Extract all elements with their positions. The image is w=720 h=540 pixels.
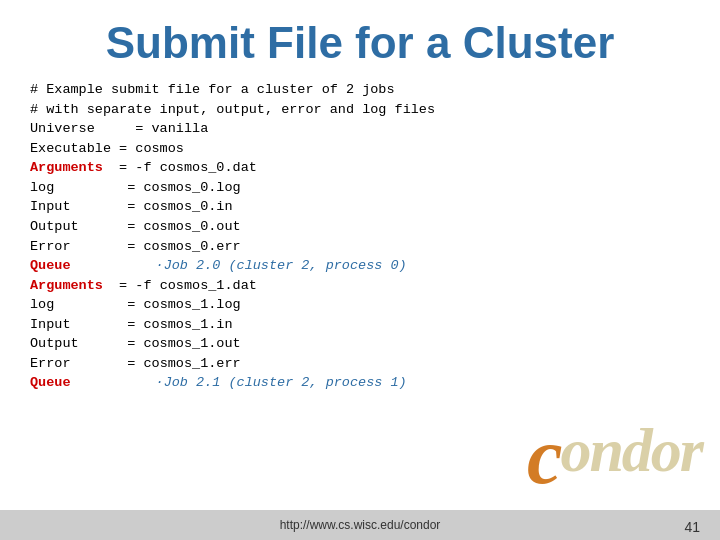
error-key-1: Error bbox=[30, 237, 71, 257]
executable-key: Executable bbox=[30, 139, 111, 159]
log-key-1: log bbox=[30, 178, 54, 198]
code-block: # Example submit file for a cluster of 2… bbox=[30, 80, 690, 393]
error-line-2: Error = cosmos_1.err bbox=[30, 354, 690, 374]
slide: Submit File for a Cluster # Example subm… bbox=[0, 0, 720, 540]
output-key-1: Output bbox=[30, 217, 79, 237]
universe-line: Universe = vanilla bbox=[30, 119, 690, 139]
slide-title: Submit File for a Cluster bbox=[30, 18, 690, 68]
input-line-2: Input = cosmos_1.in bbox=[30, 315, 690, 335]
queue-key-1: Queue bbox=[30, 256, 71, 276]
arguments-line-2: Arguments = -f cosmos_1.dat bbox=[30, 276, 690, 296]
queue-value-2: ·Job 2.1 (cluster 2, process 1) bbox=[75, 373, 407, 393]
output-line-1: Output = cosmos_0.out bbox=[30, 217, 690, 237]
executable-line: Executable = cosmos bbox=[30, 139, 690, 159]
condor-logo: condor bbox=[527, 411, 702, 502]
error-key-2: Error bbox=[30, 354, 71, 374]
arguments-key-1: Arguments bbox=[30, 158, 103, 178]
footer-bar: http://www.cs.wisc.edu/condor bbox=[0, 510, 720, 540]
universe-key: Universe bbox=[30, 119, 95, 139]
comment-line-1: # Example submit file for a cluster of 2… bbox=[30, 80, 690, 100]
condor-c: c bbox=[527, 412, 561, 500]
input-key-1: Input bbox=[30, 197, 71, 217]
page-number: 41 bbox=[684, 519, 700, 535]
output-key-2: Output bbox=[30, 334, 79, 354]
comment-line-2: # with separate input, output, error and… bbox=[30, 100, 690, 120]
input-key-2: Input bbox=[30, 315, 71, 335]
input-line-1: Input = cosmos_0.in bbox=[30, 197, 690, 217]
footer-url: http://www.cs.wisc.edu/condor bbox=[280, 518, 441, 532]
log-line-1: log = cosmos_0.log bbox=[30, 178, 690, 198]
queue-line-2: Queue ·Job 2.1 (cluster 2, process 1) bbox=[30, 373, 690, 393]
queue-value-1: ·Job 2.0 (cluster 2, process 0) bbox=[75, 256, 407, 276]
arguments-line-1: Arguments = -f cosmos_0.dat bbox=[30, 158, 690, 178]
error-line-1: Error = cosmos_0.err bbox=[30, 237, 690, 257]
queue-line-1: Queue ·Job 2.0 (cluster 2, process 0) bbox=[30, 256, 690, 276]
queue-key-2: Queue bbox=[30, 373, 71, 393]
arguments-key-2: Arguments bbox=[30, 276, 103, 296]
log-key-2: log bbox=[30, 295, 54, 315]
log-line-2: log = cosmos_1.log bbox=[30, 295, 690, 315]
output-line-2: Output = cosmos_1.out bbox=[30, 334, 690, 354]
